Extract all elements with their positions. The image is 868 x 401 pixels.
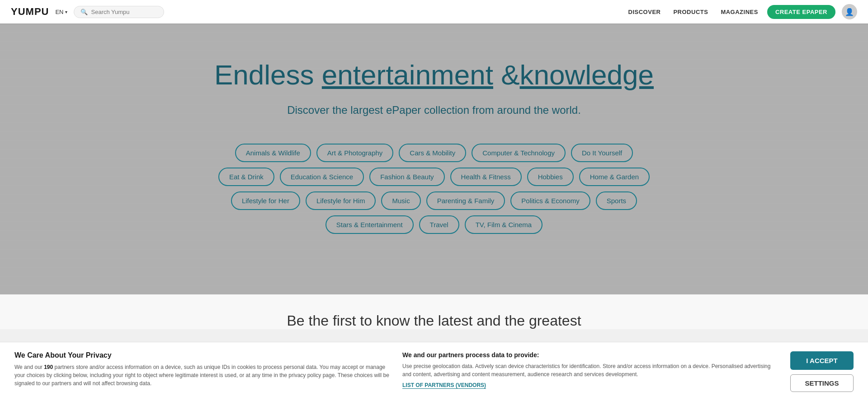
category-pill-travel[interactable]: Travel [419,215,459,234]
cookie-right-panel: I ACCEPT SETTINGS [790,351,854,392]
bottom-section: Be the first to know the latest and the … [0,294,868,329]
search-icon: 🔍 [80,9,88,15]
category-pill-education---science[interactable]: Education & Science [280,168,364,186]
cookie-text-pre: We and our [14,364,44,370]
nav-links: DISCOVER PRODUCTS MAGAZINES [628,9,758,15]
language-selector[interactable]: EN ▾ [55,9,67,15]
chevron-down-icon: ▾ [65,9,67,14]
settings-button[interactable]: SETTINGS [790,374,854,392]
category-pill-music[interactable]: Music [381,191,420,210]
hero-section: Endless entertainment &knowledge Discove… [0,23,868,294]
create-epaper-button[interactable]: CREATE EPAPER [767,5,835,19]
cookie-left-panel: We Care About Your Privacy We and our 19… [14,351,392,387]
category-pill-politics---economy[interactable]: Politics & Economy [510,191,590,210]
accept-button[interactable]: I ACCEPT [790,351,854,370]
avatar[interactable]: 👤 [842,4,857,19]
category-pill-health---fitness[interactable]: Health & Fitness [450,168,522,186]
category-pill-fashion---beauty[interactable]: Fashion & Beauty [369,168,444,186]
cookie-partners-link[interactable]: LIST OF PARTNERS (VENDORS) [402,382,486,389]
search-input[interactable] [91,9,157,15]
search-bar[interactable]: 🔍 [74,6,164,18]
hero-title-knowledge: knowledge [520,59,654,90]
category-pills: Animals & WildlifeArt & PhotographyCars … [208,144,660,234]
category-pill-sports[interactable]: Sports [596,191,637,210]
hero-title-plain: Endless [214,59,314,90]
hero-subtitle: Discover the largest ePaper collection f… [287,104,581,117]
category-pill-do-it-yourself[interactable]: Do It Yourself [571,144,633,162]
bottom-title: Be the first to know the latest and the … [287,312,581,329]
cookie-middle-panel: We and our partners process data to prov… [402,351,779,389]
nav-discover[interactable]: DISCOVER [628,9,661,15]
cookie-desc: Use precise geolocation data. Actively s… [402,362,779,378]
cookie-title: We Care About Your Privacy [14,351,392,359]
category-pill-cars---mobility[interactable]: Cars & Mobility [399,144,466,162]
category-pill-art---photography[interactable]: Art & Photography [316,144,394,162]
logo[interactable]: YUMPU [11,6,49,18]
nav-magazines[interactable]: MAGAZINES [721,9,758,15]
category-pill-hobbies[interactable]: Hobbies [527,168,574,186]
category-pill-home---garden[interactable]: Home & Garden [579,168,650,186]
category-pill-computer---technology[interactable]: Computer & Technology [472,144,566,162]
cookie-subtitle: We and our partners process data to prov… [402,351,779,359]
hero-title-entertainment: entertainment [322,59,493,90]
category-pill-lifestyle-for-him[interactable]: Lifestyle for Him [306,191,376,210]
hero-title-amp: & [501,59,519,90]
cookie-text: We and our 190 partners store and/or acc… [14,363,392,387]
category-pill-stars---entertainment[interactable]: Stars & Entertainment [326,215,414,234]
navbar: YUMPU EN ▾ 🔍 DISCOVER PRODUCTS MAGAZINES… [0,0,868,23]
cookie-text-post: partners store and/or access information… [14,364,389,387]
category-pill-parenting---family[interactable]: Parenting & Family [426,191,505,210]
language-label: EN [55,9,63,15]
cookie-partner-count: 190 [44,364,53,370]
cookie-banner: We Care About Your Privacy We and our 19… [0,342,868,401]
category-pill-animals---wildlife[interactable]: Animals & Wildlife [235,144,311,162]
category-pill-tv--film---cinema[interactable]: TV, Film & Cinema [465,215,542,234]
nav-products[interactable]: PRODUCTS [673,9,708,15]
category-pill-lifestyle-for-her[interactable]: Lifestyle for Her [231,191,300,210]
hero-title: Endless entertainment &knowledge [214,60,654,90]
category-pill-eat---drink[interactable]: Eat & Drink [218,168,274,186]
